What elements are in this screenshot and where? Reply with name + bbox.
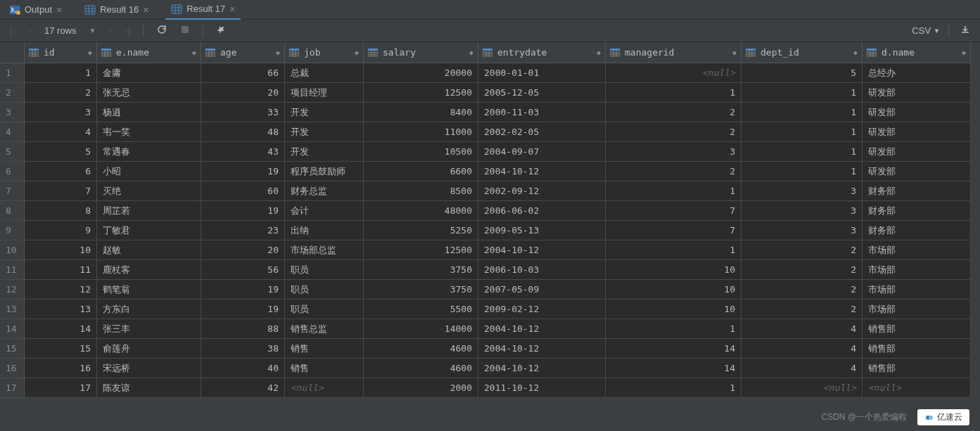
cell-d-name[interactable]: 研发部 <box>863 103 971 122</box>
cell-entrydate[interactable]: 2009-05-13 <box>478 221 606 240</box>
cell-e-name[interactable]: 小昭 <box>97 162 201 181</box>
cell-dept_id[interactable]: 1 <box>742 162 863 181</box>
cell-job[interactable]: 出纳 <box>285 221 364 240</box>
cell-job[interactable]: 职员 <box>285 260 364 280</box>
cell-job[interactable]: 开发 <box>285 122 364 142</box>
cell-e-name[interactable]: 宋远桥 <box>97 359 201 378</box>
row-number[interactable]: 9 <box>0 221 25 240</box>
cell-managerid[interactable]: 7 <box>606 201 742 221</box>
cell-managerid[interactable]: 1 <box>606 378 742 398</box>
row-number[interactable]: 16 <box>0 359 25 378</box>
cell-id[interactable]: 8 <box>25 201 97 221</box>
cell-job[interactable]: 开发 <box>285 142 364 162</box>
cell-id[interactable]: 16 <box>25 359 97 378</box>
cell-dept_id[interactable]: 4 <box>742 359 863 378</box>
cell-id[interactable]: 12 <box>25 280 97 300</box>
cell-d-name[interactable]: 总经办 <box>863 63 971 83</box>
row-number[interactable]: 8 <box>0 201 25 221</box>
cell-d-name[interactable]: 销售部 <box>863 339 971 359</box>
export-csv-button[interactable]: CSV ▼ <box>912 25 940 36</box>
cell-d-name[interactable]: 财务部 <box>863 181 971 201</box>
cell-salary[interactable]: 8500 <box>364 181 478 201</box>
cell-managerid[interactable]: 1 <box>606 319 742 339</box>
cell-entrydate[interactable]: 2002-09-12 <box>478 181 606 201</box>
cell-age[interactable]: 56 <box>201 260 285 280</box>
cell-job[interactable]: 开发 <box>285 103 364 122</box>
row-number[interactable]: 7 <box>0 181 25 201</box>
cell-managerid[interactable]: 14 <box>606 359 742 378</box>
cell-e-name[interactable]: 丁敏君 <box>97 221 201 240</box>
cell-id[interactable]: 7 <box>25 181 97 201</box>
cell-d-name[interactable]: 财务部 <box>863 201 971 221</box>
cell-managerid[interactable]: 10 <box>606 260 742 280</box>
cell-salary[interactable]: 12500 <box>364 83 478 103</box>
cell-salary[interactable]: 10500 <box>364 142 478 162</box>
cell-dept_id[interactable]: 1 <box>742 142 863 162</box>
cell-d-name[interactable]: 销售部 <box>863 359 971 378</box>
cell-dept_id[interactable]: 3 <box>742 181 863 201</box>
cell-e-name[interactable]: 灭绝 <box>97 181 201 201</box>
column-header-entrydate[interactable]: entrydate◆ <box>478 42 606 63</box>
cell-entrydate[interactable]: 2007-05-09 <box>478 280 606 300</box>
sort-icon[interactable]: ◆ <box>192 49 196 56</box>
row-number[interactable]: 11 <box>0 260 25 280</box>
cell-entrydate[interactable]: 2004-10-12 <box>478 162 606 181</box>
cell-job[interactable]: 销售 <box>285 359 364 378</box>
cell-salary[interactable]: 2000 <box>364 378 478 398</box>
cell-salary[interactable]: 3750 <box>364 280 478 300</box>
cell-age[interactable]: 43 <box>201 142 285 162</box>
column-header-age[interactable]: age◆ <box>201 42 285 63</box>
cell-id[interactable]: 14 <box>25 319 97 339</box>
cell-job[interactable]: <null> <box>285 378 364 398</box>
cell-entrydate[interactable]: 2004-09-07 <box>478 142 606 162</box>
close-icon[interactable]: × <box>56 4 62 15</box>
cell-managerid[interactable]: 1 <box>606 181 742 201</box>
cell-job[interactable]: 程序员鼓励师 <box>285 162 364 181</box>
row-number[interactable]: 3 <box>0 103 25 122</box>
row-number[interactable]: 15 <box>0 339 25 359</box>
cell-managerid[interactable]: 2 <box>606 162 742 181</box>
close-icon[interactable]: × <box>143 4 148 15</box>
cell-e-name[interactable]: 金庸 <box>97 63 201 83</box>
cell-age[interactable]: 42 <box>201 378 285 398</box>
cell-dept_id[interactable]: 2 <box>742 260 863 280</box>
cell-age[interactable]: 66 <box>201 63 285 83</box>
cell-dept_id[interactable]: 1 <box>742 83 863 103</box>
cell-managerid[interactable]: 2 <box>606 122 742 142</box>
sort-icon[interactable]: ◆ <box>355 49 359 56</box>
nav-next-button[interactable]: › <box>106 24 115 38</box>
tab-output[interactable]: Output× <box>4 0 68 20</box>
cell-managerid[interactable]: 10 <box>606 300 742 319</box>
cell-dept_id[interactable]: 2 <box>742 280 863 300</box>
reload-button[interactable] <box>153 22 170 39</box>
close-icon[interactable]: × <box>229 4 235 15</box>
column-header-id[interactable]: id◆ <box>25 42 97 63</box>
cell-dept_id[interactable]: 3 <box>742 201 863 221</box>
cell-managerid[interactable]: 10 <box>606 280 742 300</box>
cell-entrydate[interactable]: 2006-10-03 <box>478 260 606 280</box>
cell-managerid[interactable]: 14 <box>606 339 742 359</box>
pin-button[interactable] <box>213 23 229 38</box>
cell-managerid[interactable]: 3 <box>606 142 742 162</box>
cell-entrydate[interactable]: 2002-02-05 <box>478 122 606 142</box>
cell-d-name[interactable]: 销售部 <box>863 319 971 339</box>
cell-e-name[interactable]: 鹤笔翁 <box>97 280 201 300</box>
nav-last-button[interactable]: ›| <box>122 24 133 38</box>
cell-e-name[interactable]: 周芷若 <box>97 201 201 221</box>
cell-dept_id[interactable]: 4 <box>742 339 863 359</box>
cell-e-name[interactable]: 张三丰 <box>97 319 201 339</box>
cell-e-name[interactable]: 韦一笑 <box>97 122 201 142</box>
column-header-e-name[interactable]: e.name◆ <box>97 42 201 63</box>
cell-salary[interactable]: 11000 <box>364 122 478 142</box>
column-header-dept_id[interactable]: dept_id◆ <box>742 42 863 63</box>
sort-icon[interactable]: ◆ <box>88 49 92 56</box>
cell-job[interactable]: 市场部总监 <box>285 240 364 260</box>
cell-managerid[interactable]: 1 <box>606 83 742 103</box>
cell-dept_id[interactable]: 2 <box>742 300 863 319</box>
cell-salary[interactable]: 4600 <box>364 339 478 359</box>
cell-managerid[interactable]: 1 <box>606 240 742 260</box>
cell-entrydate[interactable]: 2004-10-12 <box>478 359 606 378</box>
cell-e-name[interactable]: 张无忌 <box>97 83 201 103</box>
row-number[interactable]: 2 <box>0 83 25 103</box>
nav-first-button[interactable]: |‹ <box>7 24 18 38</box>
